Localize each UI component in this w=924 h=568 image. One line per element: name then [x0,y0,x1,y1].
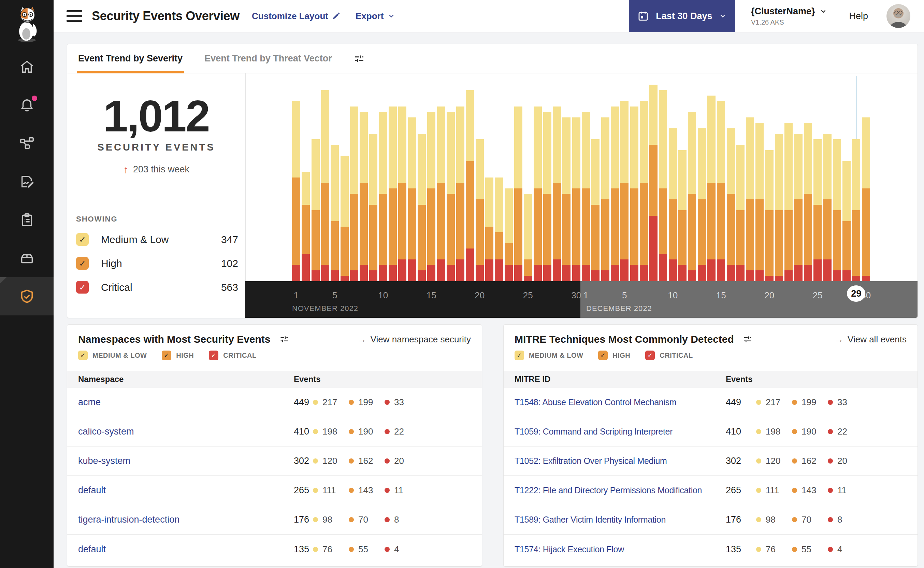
sidebar-item-alerts[interactable] [0,86,54,124]
chart-bar[interactable] [562,118,570,281]
chart-bar[interactable] [524,194,532,281]
chart-bar[interactable] [784,123,793,281]
chart-bar[interactable] [765,150,773,281]
chart-bar[interactable] [804,123,812,281]
chart-bar[interactable] [514,107,522,281]
chart-bar[interactable] [843,161,851,281]
calico-logo[interactable] [0,0,54,48]
table-row[interactable]: default13576554 [67,535,482,564]
chart-bar[interactable] [447,112,455,281]
chart-bar[interactable] [659,90,667,281]
chart-bar[interactable] [707,95,716,281]
chart-bar[interactable] [620,101,629,281]
namespace-link[interactable]: default [78,485,106,495]
chart-bar[interactable] [746,118,754,281]
sidebar-item-service-graph[interactable] [0,124,54,163]
customize-layout-button[interactable]: Customize Layout [252,11,340,21]
chart-bar[interactable] [630,107,638,281]
sidebar-item-compliance[interactable] [0,201,54,239]
chart-bar[interactable] [360,112,368,281]
chart-bar[interactable] [833,139,841,281]
filter-critical[interactable]: CRITICAL [209,350,256,360]
table-row[interactable]: T1059: Command and Scripting Interpreter… [503,417,918,447]
help-link[interactable]: Help [849,11,868,21]
table-settings-icon[interactable] [279,334,289,344]
chart-bar[interactable] [698,128,706,281]
chart-bar[interactable] [301,172,310,281]
table-row[interactable]: default26511114311 [67,476,482,505]
chart-bar[interactable] [640,101,648,281]
chart-bar[interactable] [688,112,696,281]
mitre-link[interactable]: T1589: Gather Victim Identity Informatio… [514,515,666,524]
chart-bar[interactable] [321,90,329,281]
filter-high[interactable]: HIGH [598,350,630,360]
sidebar-item-security-events[interactable] [0,277,54,316]
chart-bar[interactable] [611,107,619,281]
checkbox-critical[interactable] [209,350,219,360]
chart-bar[interactable] [485,177,493,281]
chart-bar[interactable] [379,112,387,281]
checkbox-critical[interactable] [645,350,655,360]
checkbox-high[interactable] [598,350,608,360]
chart-bar[interactable] [456,107,464,281]
namespace-link[interactable]: kube-system [78,456,130,466]
table-settings-icon[interactable] [743,334,752,344]
chart-bar[interactable] [775,134,783,281]
chart-bar[interactable] [794,134,802,281]
checkbox-high[interactable] [76,257,89,270]
chart-settings-icon[interactable] [354,53,365,64]
sidebar-item-policies[interactable] [0,163,54,201]
chart-bar[interactable] [350,107,358,281]
chart-bar[interactable] [476,139,484,281]
filter-critical[interactable]: CRITICAL [645,350,693,360]
chart-bar[interactable] [717,101,725,281]
chart-bar[interactable] [495,177,503,281]
chart-bar[interactable] [437,107,445,281]
chart-bar[interactable] [823,134,832,281]
table-row[interactable]: acme44921719933 [67,388,482,417]
chart-bar[interactable] [369,134,377,281]
chart-bar[interactable] [543,112,552,281]
current-day-marker[interactable]: 29 [847,286,865,302]
table-row[interactable]: T1548: Abuse Elevation Control Mechanism… [503,388,918,417]
chart-bar[interactable] [591,139,600,281]
chart-bar[interactable] [418,134,426,281]
chart-bar[interactable] [389,107,397,281]
export-button[interactable]: Export [356,11,395,21]
chart-bar[interactable] [601,118,609,281]
filter-high[interactable]: HIGH [162,350,194,360]
chart-bar[interactable] [553,107,561,281]
table-row[interactable]: kube-system30212016220 [67,447,482,476]
sidebar-item-home[interactable] [0,48,54,86]
checkbox-medium-low[interactable] [78,350,88,360]
chart-bar[interactable] [862,118,870,281]
chart-bar[interactable] [649,85,657,281]
mitre-link[interactable]: T1548: Abuse Elevation Control Mechanism [514,397,676,407]
chart-bar[interactable] [398,107,406,281]
chart-bar[interactable] [736,145,745,281]
menu-toggle-icon[interactable] [66,10,82,22]
chart-bar[interactable] [678,150,686,281]
chart-bar[interactable] [814,139,822,281]
table-row[interactable]: T1589: Gather Victim Identity Informatio… [503,505,918,535]
view-all-events-link[interactable]: → View all events [835,334,907,345]
chart-bar[interactable] [331,145,339,281]
tab-event-trend-by-threat-vector[interactable]: Event Trend by Threat Vector [204,44,332,73]
chart-bar[interactable] [582,112,590,281]
chart-bar[interactable] [292,101,300,281]
chart-bar[interactable] [312,139,320,281]
chart-bar[interactable] [505,189,513,281]
chart-bar[interactable] [669,128,677,281]
table-row[interactable]: T1574: Hijack Execution Flow13576554 [503,535,918,564]
chart-bar[interactable] [755,123,764,281]
mitre-link[interactable]: T1059: Command and Scripting Interpreter [514,427,672,436]
user-avatar[interactable] [886,4,910,28]
table-row[interactable]: T1222: File and Directory Permissions Mo… [503,476,918,505]
tab-event-trend-by-severity[interactable]: Event Trend by Severity [78,44,182,73]
chart-bar[interactable] [572,118,580,281]
namespace-link[interactable]: default [78,544,106,554]
mitre-link[interactable]: T1052: Exfiltration Over Physical Medium [514,456,667,465]
checkbox-medium-low[interactable] [76,233,89,246]
checkbox-medium-low[interactable] [514,350,524,360]
checkbox-critical[interactable] [76,281,89,293]
